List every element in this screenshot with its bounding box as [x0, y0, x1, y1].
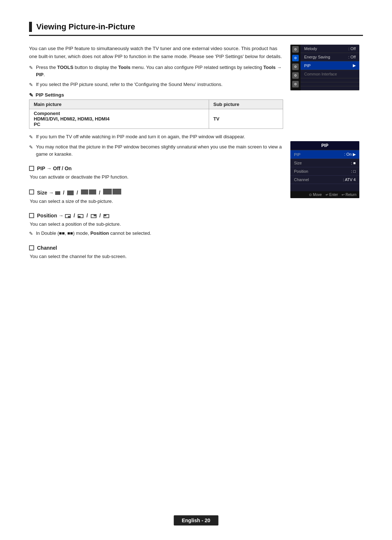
table-row: Component HDMI1/DVI, HDMI2, HDMI3, HDMI4… — [29, 109, 283, 128]
checkbox-pip — [29, 166, 34, 171]
section-pip-title: PIP → Off / On — [37, 165, 72, 171]
tv-menu-inner: ⚙ ⚙ ⚙ ⚙ ⚙ Melody : Off Energy Saving — [290, 45, 359, 90]
note-text-double: In Double (■■, ■■) mode, Position cannot… — [36, 230, 151, 237]
left-col: You can use the PIP feature to simultane… — [29, 45, 283, 262]
note-tools: ✎ Press the TOOLS button to display the … — [29, 64, 283, 78]
note-text-1: Press the TOOLS button to display the To… — [36, 64, 283, 78]
intro-para: You can use the PIP feature to simultane… — [29, 45, 283, 60]
note-icon-1: ✎ — [29, 64, 33, 71]
menu-label-energy: Energy Saving — [304, 55, 330, 59]
pos-inner — [68, 216, 70, 217]
sidebar-icon-5: ⚙ — [292, 81, 299, 87]
pip-settings-note-icon: ✎ — [29, 92, 33, 98]
pip-menu-row-channel: Channel : ATV 4 — [290, 176, 359, 184]
section-pip-header: PIP → Off / On — [29, 165, 283, 171]
pip-footer-return: ↩ Return — [342, 193, 356, 197]
note-icon-3: ✎ — [29, 134, 33, 141]
note-pip-off: ✎ If you turn the TV off while watching … — [29, 133, 283, 141]
section-position: Position → / / / You can select a positi… — [29, 213, 283, 237]
table-cell-component: Component HDMI1/DVI, HDMI2, HDMI3, HDMI4… — [29, 109, 209, 128]
note-text-4: You may notice that the picture in the P… — [36, 143, 283, 158]
note-text-3: If you turn the TV off while watching in… — [36, 133, 245, 140]
section-channel-desc: You can select the channel for the sub-s… — [30, 253, 283, 260]
size-icon-double2 — [103, 189, 121, 195]
hdmi-label: HDMI1/DVI, HDMI2, HDMI3, HDMI4 — [34, 116, 110, 122]
page: Viewing Picture-in-Picture You can use t… — [0, 0, 392, 540]
table-cell-tv: TV — [209, 109, 283, 128]
size-icon-lg1 — [81, 189, 88, 195]
pip-footer-move: ⊙ Move — [309, 193, 322, 197]
main-content: You can use the PIP feature to simultane… — [29, 45, 363, 262]
note-icon-4: ✎ — [29, 144, 33, 151]
tv-label: TV — [213, 116, 220, 122]
size-icon-xl2 — [113, 189, 121, 195]
size-icon-lg2 — [89, 189, 96, 195]
note-pip-unnatural: ✎ You may notice that the picture in the… — [29, 143, 283, 158]
sidebar-icon-active: ⚙ — [292, 55, 299, 61]
section-channel-header: Channel — [29, 245, 283, 251]
tv-setup-menu: ⚙ ⚙ ⚙ ⚙ ⚙ Melody : Off Energy Saving — [290, 45, 359, 90]
menu-value-energy: : Off — [348, 55, 356, 59]
note-icon-2: ✎ — [29, 81, 33, 89]
checkbox-channel — [29, 245, 34, 250]
menu-row-melody: Melody : Off — [301, 45, 359, 53]
col-main-picture: Main picture — [29, 99, 209, 109]
section-channel-title: Channel — [37, 245, 57, 251]
pip-table: Main picture Sub picture Component HDMI1… — [29, 99, 283, 129]
checkbox-size — [29, 189, 34, 195]
right-col: ⚙ ⚙ ⚙ ⚙ ⚙ Melody : Off Energy Saving — [290, 45, 363, 262]
pc-label: PC — [34, 122, 40, 127]
pos-icon-bl — [78, 214, 83, 218]
menu-row-empty3 — [301, 86, 359, 90]
pos-inner4 — [104, 215, 106, 216]
pip-row-value-position: : □ — [351, 169, 356, 173]
sidebar-icon-1: ⚙ — [292, 46, 299, 53]
menu-value-melody: : Off — [348, 46, 356, 51]
note-text-2: If you select the PIP picture sound, ref… — [36, 81, 222, 88]
pip-menu-row-position: Position : □ — [290, 167, 359, 176]
pos-inner2 — [78, 216, 81, 217]
pip-row-value-size: : ■ — [351, 161, 356, 165]
pos-inner3 — [94, 215, 96, 216]
note-icon-double: ✎ — [29, 230, 33, 237]
pip-row-value-pip: : On ▶ — [344, 152, 356, 157]
menu-row-common: Common Interface — [301, 70, 359, 78]
pos-icon-br — [65, 214, 71, 218]
sidebar-icon-4: ⚙ — [292, 72, 299, 79]
pip-menu-row-pip: PIP : On ▶ — [290, 150, 359, 159]
section-pip-desc: You can activate or deactivate the PIP f… — [30, 173, 283, 181]
pip-row-label-position: Position — [294, 169, 308, 173]
pip-row-label-pip: PIP — [294, 152, 301, 157]
pos-icon-tl — [103, 214, 109, 218]
pip-menu-spacer — [290, 184, 359, 191]
section-position-header: Position → / / / — [29, 213, 283, 218]
menu-row-energy: Energy Saving : Off — [301, 53, 359, 61]
tv-menu-content: Melody : Off Energy Saving : Off PIP ▶ — [301, 45, 359, 90]
component-label: Component — [34, 111, 60, 116]
pip-row-label-channel: Channel — [294, 177, 309, 182]
title-bar: Viewing Picture-in-Picture — [29, 22, 363, 36]
note-double-mode: ✎ In Double (■■, ■■) mode, Position cann… — [29, 230, 283, 237]
pip-settings-text: PIP Settings — [36, 92, 64, 98]
page-title: Viewing Picture-in-Picture — [36, 22, 135, 32]
checkbox-position — [29, 213, 34, 218]
pip-menu-footer: ⊙ Move ↵ Enter ↩ Return — [290, 191, 359, 198]
pip-row-label-size: Size — [294, 161, 302, 165]
tv-sidebar: ⚙ ⚙ ⚙ ⚙ ⚙ — [290, 45, 301, 90]
pip-settings-label: ✎ PIP Settings — [29, 92, 283, 98]
size-icon-double — [81, 189, 96, 195]
menu-value-pip: ▶ — [353, 63, 356, 68]
sidebar-icon-3: ⚙ — [292, 64, 299, 70]
section-size: Size → / / / — [29, 189, 283, 205]
menu-label-melody: Melody — [304, 46, 317, 51]
pip-row-value-channel: : ATV 4 — [343, 177, 356, 182]
menu-row-empty2 — [301, 82, 359, 86]
pip-menu-title: PIP — [290, 141, 359, 150]
size-icon-sm — [55, 191, 60, 195]
section-size-header: Size → / / / — [29, 189, 283, 196]
col-sub-picture: Sub picture — [209, 99, 283, 109]
size-icon-md — [67, 191, 74, 195]
section-position-title: Position → / / / — [37, 213, 109, 218]
section-position-desc: You can select a position of the sub-pic… — [30, 221, 283, 228]
pip-menu-row-size: Size : ■ — [290, 159, 359, 167]
